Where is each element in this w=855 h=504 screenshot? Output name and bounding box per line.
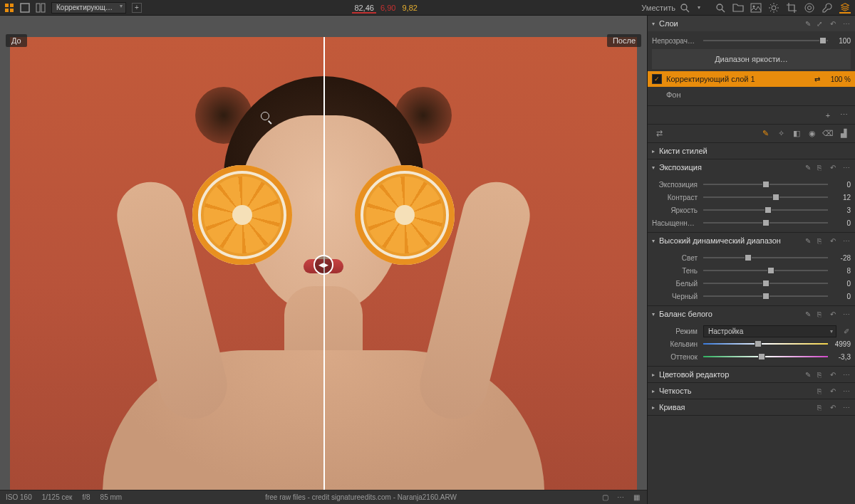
expand-icon[interactable]: ⤢ xyxy=(814,19,824,28)
saturation-slider[interactable] xyxy=(703,218,828,228)
clarity-header[interactable]: ▸Четкость⎘↶⋯ xyxy=(648,383,855,399)
grid-view-icon[interactable] xyxy=(4,3,14,13)
magic-brush-icon[interactable]: ✧ xyxy=(775,128,787,140)
search-icon[interactable] xyxy=(715,3,725,13)
ce-auto-icon[interactable]: ✎ xyxy=(803,370,812,379)
stat-value-3: 9,82 xyxy=(400,4,419,12)
tint-slider[interactable] xyxy=(703,352,828,362)
white-slider[interactable] xyxy=(703,278,828,288)
cl-copy-icon[interactable]: ⎘ xyxy=(814,387,824,396)
eraser-icon[interactable]: ⌫ xyxy=(822,128,834,140)
layer-adjustment-1[interactable]: ✓ Корректирующий слой 1 ⇄ 100 % xyxy=(648,71,855,87)
color-editor-header[interactable]: ▸Цветовой редактор✎⎘↶⋯ xyxy=(648,367,855,382)
reset-hdr-icon[interactable]: ↶ xyxy=(828,236,837,246)
contrast-slider[interactable] xyxy=(703,192,828,202)
single-view-icon[interactable] xyxy=(20,3,30,13)
ce-copy-icon[interactable]: ⎘ xyxy=(814,370,824,379)
hdr-header[interactable]: ▾ Высокий динамический диапазон ✎ ⎘ ↶ ⋯ xyxy=(648,233,855,248)
proof-icon[interactable]: ▢ xyxy=(600,493,610,503)
tools-panel: ▾ Слои ✎ ⤢ ↶ ⋯ Непрозрачно… 100 Диапазон… xyxy=(647,16,855,504)
compare-view-icon[interactable] xyxy=(36,3,46,13)
add-layer-icon[interactable]: + xyxy=(822,110,834,121)
cv-reset-icon[interactable]: ↶ xyxy=(828,403,837,412)
kelvin-slider[interactable] xyxy=(703,339,828,349)
cv-more-icon[interactable]: ⋯ xyxy=(841,403,851,412)
tool-dropdown[interactable]: Корректирующ… xyxy=(51,2,126,14)
white-value: 0 xyxy=(828,280,851,288)
wb-more-icon[interactable]: ⋯ xyxy=(841,310,851,319)
undo-icon[interactable]: ↶ xyxy=(828,19,837,28)
auto-icon[interactable]: ✎ xyxy=(803,163,812,172)
zoom-label[interactable]: Уместить xyxy=(641,4,675,12)
cv-copy-icon[interactable]: ⎘ xyxy=(814,403,824,412)
layer-sliders-icon[interactable]: ⇄ xyxy=(812,75,822,83)
folder-icon[interactable] xyxy=(732,2,744,14)
cl-reset-icon[interactable]: ↶ xyxy=(828,387,837,396)
image-icon[interactable] xyxy=(750,2,762,14)
cl-more-icon[interactable]: ⋯ xyxy=(841,387,851,396)
section-more-icon[interactable]: ⋯ xyxy=(841,163,851,172)
mask-settings-icon[interactable]: ⇄ xyxy=(653,128,665,140)
brightness-label: Яркость xyxy=(652,206,703,214)
black-slider[interactable] xyxy=(703,291,828,301)
grid-icon[interactable]: ▦ xyxy=(631,493,641,503)
wrench-icon[interactable] xyxy=(822,2,833,14)
layer-opacity: 100 % xyxy=(822,75,851,83)
layers-title: Слои xyxy=(659,19,801,28)
layers-icon[interactable] xyxy=(839,2,851,14)
copy-hdr-icon[interactable]: ⎘ xyxy=(814,236,824,246)
exposure-slider[interactable] xyxy=(703,179,828,189)
copy-wb-icon[interactable]: ⎘ xyxy=(814,310,824,319)
highlight-label: Свет xyxy=(652,254,703,262)
wb-mode-dropdown[interactable]: Настройка xyxy=(703,325,836,337)
luminosity-range-button[interactable]: Диапазон яркости… xyxy=(652,49,851,69)
layer-name: Корректирующий слой 1 xyxy=(666,75,812,83)
ce-more-icon[interactable]: ⋯ xyxy=(841,370,851,379)
brush-icon[interactable]: ✎ xyxy=(803,19,812,28)
svg-line-21 xyxy=(777,4,778,6)
auto-hdr-icon[interactable]: ✎ xyxy=(803,236,812,246)
shadow-slider[interactable] xyxy=(703,266,828,275)
layer-bg-name: Фон xyxy=(652,90,851,99)
layer-visibility-checkbox[interactable]: ✓ xyxy=(652,74,662,84)
wb-header[interactable]: ▾ Баланс белого ✎ ⎘ ↶ ⋯ xyxy=(648,306,855,322)
lens-icon[interactable] xyxy=(804,2,815,14)
sun-icon[interactable] xyxy=(768,2,779,14)
ce-reset-icon[interactable]: ↶ xyxy=(828,370,837,379)
cursor-loupe-icon xyxy=(261,112,272,123)
picker-icon[interactable]: ✎ xyxy=(803,310,812,319)
opacity-slider[interactable] xyxy=(703,36,828,46)
style-brushes-header[interactable]: ▸ Кисти стилей xyxy=(648,143,855,159)
gradient-radial-icon[interactable]: ◉ xyxy=(807,128,818,140)
zoom-loupe-icon[interactable] xyxy=(680,3,690,13)
brush-tool-icon[interactable]: ✎ xyxy=(760,128,771,140)
svg-rect-1 xyxy=(10,4,14,7)
compare-handle[interactable]: ◀▶ xyxy=(314,255,333,275)
black-label: Черный xyxy=(652,293,703,300)
before-badge: До xyxy=(6,34,27,47)
more-icon[interactable]: ⋯ xyxy=(841,19,851,28)
curve-header[interactable]: ▸Кривая⎘↶⋯ xyxy=(648,399,855,415)
svg-line-19 xyxy=(777,10,778,11)
highlight-slider[interactable] xyxy=(703,253,828,263)
zoom-dropdown-icon[interactable]: ▾ xyxy=(694,3,704,13)
exposure-header[interactable]: ▾ Экспозиция ✎ ⎘ ↶ ⋯ xyxy=(648,159,855,175)
eyedropper-icon[interactable]: ✐ xyxy=(841,327,851,336)
reset-wb-icon[interactable]: ↶ xyxy=(828,310,837,319)
copy-icon[interactable]: ⎘ xyxy=(814,163,824,172)
warning-icon[interactable]: ⋯ xyxy=(616,493,626,503)
crop-icon[interactable] xyxy=(786,2,797,14)
layer-background[interactable]: Фон xyxy=(648,87,855,103)
add-tool-button[interactable]: + xyxy=(132,3,142,13)
comparison-image[interactable]: ◀▶ xyxy=(10,37,637,490)
layers-header[interactable]: ▾ Слои ✎ ⤢ ↶ ⋯ xyxy=(648,16,855,31)
layer-menu-icon[interactable]: ⋯ xyxy=(838,110,849,121)
hdr-more-icon[interactable]: ⋯ xyxy=(841,236,851,246)
svg-rect-6 xyxy=(41,4,45,12)
reset-icon[interactable]: ↶ xyxy=(828,163,837,172)
focal-value: 85 mm xyxy=(100,493,123,501)
gradient-linear-icon[interactable]: ◧ xyxy=(791,128,802,140)
fill-icon[interactable]: ▟ xyxy=(838,128,849,140)
brightness-slider[interactable] xyxy=(703,205,828,215)
shadow-label: Тень xyxy=(652,267,703,275)
